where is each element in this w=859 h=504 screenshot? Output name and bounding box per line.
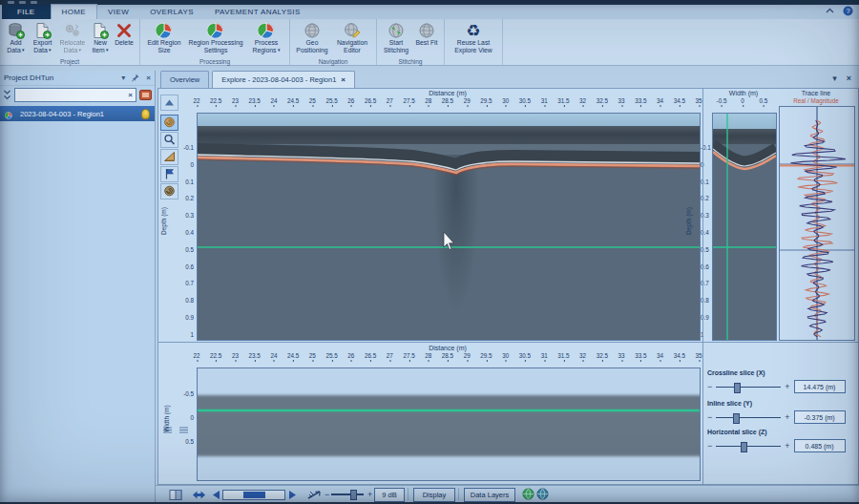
display-button[interactable]: Display: [413, 488, 455, 502]
project-search-input[interactable]: [18, 91, 128, 99]
globe-3d-icon[interactable]: [522, 488, 534, 500]
slider-thumb[interactable]: [741, 442, 747, 452]
ribbon-button-process-regions[interactable]: Process Regions ▾: [246, 20, 286, 54]
measure-tool-button[interactable]: [160, 149, 178, 165]
help-icon[interactable]: ?: [843, 6, 853, 16]
ribbon-button-edit-region-size[interactable]: Edit Region Size: [143, 20, 185, 54]
flag-tool-button[interactable]: [160, 166, 178, 182]
slider-thumb[interactable]: [734, 383, 741, 393]
project-search-box: ×: [14, 88, 136, 102]
pin-icon[interactable]: [132, 74, 139, 82]
slider-thumb[interactable]: [733, 413, 740, 424]
scroll-up-button[interactable]: [160, 94, 178, 111]
ribbon-button-new-item[interactable]: New Item ▾: [89, 20, 112, 54]
tab-list-dropdown-icon[interactable]: ▾: [832, 74, 837, 83]
collapse-ribbon-icon[interactable]: [826, 8, 834, 14]
distance-tick: 31: [541, 352, 548, 359]
distance-tick: 28.5: [442, 97, 453, 104]
distance-tick: 31: [541, 97, 548, 104]
depth-tick: 0.2: [185, 195, 194, 201]
slider-track[interactable]: [716, 413, 781, 422]
scrollbar-thumb[interactable]: [243, 492, 265, 498]
quick-access-icon[interactable]: [8, 1, 14, 4]
document-tab-explore[interactable]: Explore - 2023-08-04-003 - Region1×: [212, 71, 355, 88]
data-layers-button[interactable]: Data Layers: [464, 488, 515, 502]
horizontal-slice-view[interactable]: [197, 368, 701, 481]
ribbon-button-start-stitching[interactable]: Start Stitching: [380, 20, 412, 54]
gain-slider-thumb[interactable]: [350, 490, 357, 500]
shell-tool-button[interactable]: [160, 115, 178, 131]
step-left-icon[interactable]: [211, 490, 220, 500]
ribbon: Add Data ▾Export Data ▾Relocate Data ▾Ne…: [0, 19, 859, 66]
ribbon-button-reuse-last-explore-view[interactable]: ♻Reuse Last Explore View: [448, 20, 499, 54]
up-arrow-icon: [164, 98, 175, 107]
horizontal-scrollbar[interactable]: [222, 490, 285, 500]
swap-arrows-icon[interactable]: [192, 489, 206, 501]
ribbon-button-navigation-editor[interactable]: Navigation Editor: [331, 20, 373, 54]
ribbon-group-name: Navigation: [290, 58, 376, 65]
trace-skip-icon[interactable]: [307, 489, 322, 500]
slider-value-box[interactable]: -0.375 (m): [794, 410, 846, 424]
close-tab-icon[interactable]: ×: [341, 75, 346, 84]
pie-chart-icon: [5, 110, 12, 117]
ribbon-button-export-data[interactable]: Export Data ▾: [29, 20, 56, 54]
clear-search-icon[interactable]: ×: [128, 91, 133, 99]
ribbon-tab-file[interactable]: FILE: [2, 5, 51, 19]
panel-layout-icon[interactable]: [169, 489, 182, 501]
spiral-tool-button[interactable]: [160, 183, 178, 200]
close-document-icon[interactable]: ×: [847, 74, 851, 83]
slider-minus[interactable]: −: [707, 383, 712, 391]
ribbon-button-delete[interactable]: Delete: [112, 20, 136, 47]
project-tree-item[interactable]: 2023-08-04-003 - Region1: [0, 106, 155, 121]
step-right-icon[interactable]: [288, 490, 298, 500]
slider-value-box[interactable]: 0.485 (m): [794, 439, 846, 452]
radargram-overlays: [198, 114, 700, 340]
distance-tick: 22: [193, 97, 199, 104]
explore-view: Distance (m) 2222.52323.52424.52525.5262…: [157, 88, 859, 485]
dropdown-icon[interactable]: ▾: [121, 74, 125, 82]
slider-label-inline-slice-y: Inline slice (Y): [707, 400, 752, 407]
quick-access-icon[interactable]: [31, 1, 37, 4]
ribbon-tab-view[interactable]: VIEW: [97, 5, 139, 19]
collapse-all-icon[interactable]: [3, 90, 11, 101]
document-tab-label: Overview: [170, 75, 199, 84]
slider-plus[interactable]: +: [785, 442, 789, 451]
gain-minus[interactable]: −: [325, 491, 329, 499]
crossline-slice-view[interactable]: [712, 113, 777, 341]
flag-tool-icon: [163, 166, 176, 183]
slider-plus[interactable]: +: [785, 413, 789, 422]
ribbon-button-label: Export Data ▾: [29, 39, 56, 54]
gain-slider[interactable]: [331, 490, 364, 498]
ribbon-button-region-processing-settings[interactable]: Region Processing Settings: [185, 20, 246, 54]
close-icon[interactable]: ×: [146, 74, 151, 82]
slider-track[interactable]: [716, 442, 781, 451]
ribbon-button-add-data[interactable]: Add Data ▾: [3, 20, 29, 54]
ribbon-button-best-fit[interactable]: Best Fit: [412, 20, 441, 47]
slider-plus[interactable]: +: [785, 383, 789, 391]
gain-plus[interactable]: +: [367, 491, 372, 499]
distance-tick: 24: [270, 352, 277, 359]
ribbon-button-label: Process Regions ▾: [246, 39, 286, 54]
zoom-tool-button[interactable]: [160, 132, 178, 148]
globe-3d-icon[interactable]: [536, 488, 549, 500]
distance-tick: 29: [464, 352, 471, 359]
gain-value-box[interactable]: 9 dB: [374, 488, 405, 502]
ribbon-button-label: Start Stitching: [380, 39, 412, 54]
depth-tick: 0.8: [185, 297, 194, 304]
ribbon-tab-home[interactable]: HOME: [51, 4, 98, 19]
main-radargram-view[interactable]: [197, 113, 701, 341]
pie-chart-icon: [258, 21, 275, 39]
ribbon-button-geo-positioning[interactable]: Geo Positioning: [293, 20, 331, 54]
ribbon-tab-overlays[interactable]: OVERLAYS: [139, 5, 204, 19]
slider-minus[interactable]: −: [707, 413, 712, 422]
ribbon-tab-pavement-analysis[interactable]: PAVEMENT ANALYSIS: [204, 5, 311, 19]
document-tab-overview[interactable]: Overview: [160, 71, 209, 88]
slider-minus[interactable]: −: [707, 442, 712, 451]
trace-panel-subtitle: Real / Magnitude: [779, 97, 853, 104]
filter-flag-icon[interactable]: [139, 90, 152, 100]
slider-track[interactable]: [716, 383, 781, 391]
trace-line-panel[interactable]: [779, 106, 855, 341]
quick-access-icon[interactable]: [19, 1, 26, 4]
slider-value-box[interactable]: 14.475 (m): [794, 380, 846, 393]
distance-tick: 33: [618, 97, 625, 104]
